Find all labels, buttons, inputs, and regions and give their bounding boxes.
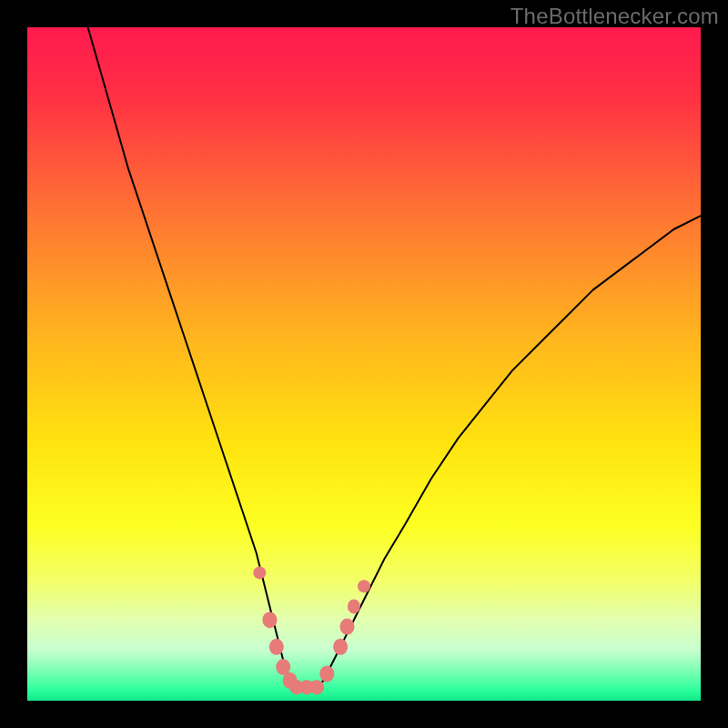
curve-marker (333, 639, 348, 655)
curve-marker (269, 639, 284, 655)
curve-marker (309, 680, 324, 694)
curve-marker (348, 599, 360, 613)
chart-svg (27, 27, 701, 701)
watermark-text: TheBottlenecker.com (511, 4, 719, 29)
chart-frame: TheBottlenecker.com (0, 0, 728, 728)
curve-marker (319, 665, 334, 682)
plot-area (27, 27, 701, 701)
curve-marker (340, 619, 355, 635)
curve-marker (262, 612, 277, 628)
curve-marker (358, 580, 370, 592)
curve-marker (253, 566, 266, 579)
